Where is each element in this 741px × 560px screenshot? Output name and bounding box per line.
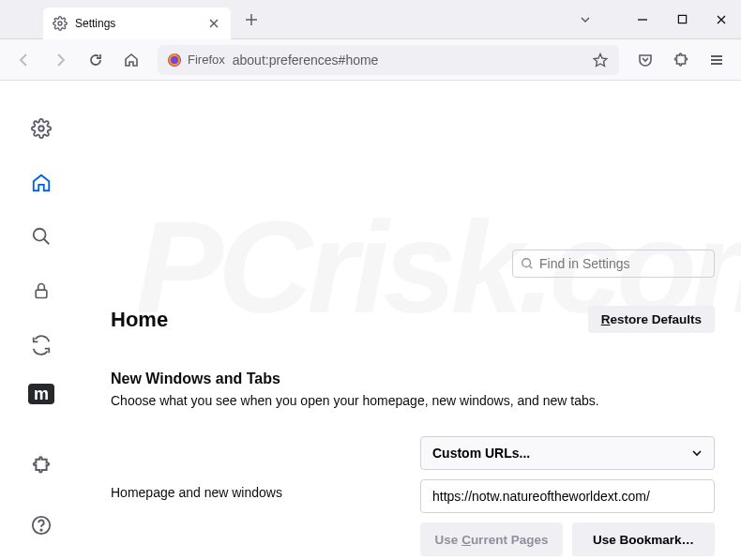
sidebar-search[interactable] bbox=[24, 221, 58, 253]
svg-point-9 bbox=[522, 259, 531, 267]
maximize-button[interactable] bbox=[662, 4, 702, 36]
new-tab-button[interactable] bbox=[238, 7, 265, 33]
close-icon[interactable] bbox=[206, 16, 221, 31]
homepage-url-input[interactable] bbox=[420, 479, 715, 513]
extensions-button[interactable] bbox=[666, 45, 696, 75]
section-new-windows-desc: Choose what you see when you open your h… bbox=[111, 393, 715, 408]
search-icon bbox=[521, 257, 534, 270]
titlebar-dropdown-button[interactable] bbox=[570, 7, 600, 33]
sidebar-general[interactable] bbox=[24, 113, 58, 144]
use-current-pages-button[interactable]: Use Current Pages bbox=[420, 522, 563, 556]
sidebar-sync[interactable] bbox=[24, 329, 58, 361]
identity-label: Firefox bbox=[188, 53, 225, 67]
forward-button[interactable] bbox=[45, 45, 75, 75]
search-input[interactable] bbox=[539, 256, 706, 271]
toolbar: Firefox about:preferences#home bbox=[0, 39, 741, 81]
sidebar-help[interactable] bbox=[24, 509, 58, 541]
titlebar: Settings bbox=[0, 0, 741, 39]
svg-rect-6 bbox=[36, 290, 47, 297]
homepage-mode-select[interactable]: Custom URLs... bbox=[420, 436, 715, 470]
svg-point-0 bbox=[58, 22, 62, 25]
sidebar-extensions[interactable] bbox=[24, 449, 58, 481]
close-window-button[interactable] bbox=[702, 4, 741, 36]
use-bookmark-button[interactable]: Use Bookmark… bbox=[572, 522, 715, 556]
firefox-icon bbox=[167, 53, 182, 68]
sidebar-privacy[interactable] bbox=[24, 275, 58, 307]
settings-sidebar: m bbox=[0, 81, 83, 560]
svg-rect-1 bbox=[678, 15, 686, 23]
svg-point-4 bbox=[38, 126, 44, 131]
page-title: Home bbox=[111, 308, 168, 332]
reload-button[interactable] bbox=[81, 45, 111, 75]
url-text: about:preferences#home bbox=[233, 53, 591, 68]
restore-defaults-button[interactable]: Restore Defaults bbox=[588, 306, 715, 333]
section-new-windows-title: New Windows and Tabs bbox=[111, 371, 715, 387]
bookmark-star-button[interactable] bbox=[591, 51, 610, 69]
app-menu-button[interactable] bbox=[702, 45, 732, 75]
identity-box[interactable]: Firefox bbox=[167, 53, 225, 68]
svg-point-3 bbox=[171, 56, 178, 64]
svg-point-8 bbox=[40, 529, 41, 530]
tab-label: Settings bbox=[75, 17, 206, 30]
browser-tab[interactable]: Settings bbox=[43, 8, 231, 39]
chevron-down-icon bbox=[691, 447, 703, 459]
find-in-settings[interactable] bbox=[512, 250, 715, 278]
home-button[interactable] bbox=[116, 45, 146, 75]
homepage-label: Homepage and new windows bbox=[111, 436, 420, 500]
svg-point-5 bbox=[34, 229, 46, 241]
minimize-button[interactable] bbox=[623, 4, 662, 36]
sidebar-more-from-mozilla[interactable]: m bbox=[28, 384, 54, 405]
gear-icon bbox=[53, 16, 68, 31]
back-button[interactable] bbox=[9, 45, 39, 75]
pocket-button[interactable] bbox=[630, 45, 660, 75]
sidebar-home[interactable] bbox=[24, 167, 58, 199]
url-bar[interactable]: Firefox about:preferences#home bbox=[158, 45, 619, 75]
settings-main: PCrisk.com Home Restore Defaults New Win… bbox=[83, 81, 741, 560]
